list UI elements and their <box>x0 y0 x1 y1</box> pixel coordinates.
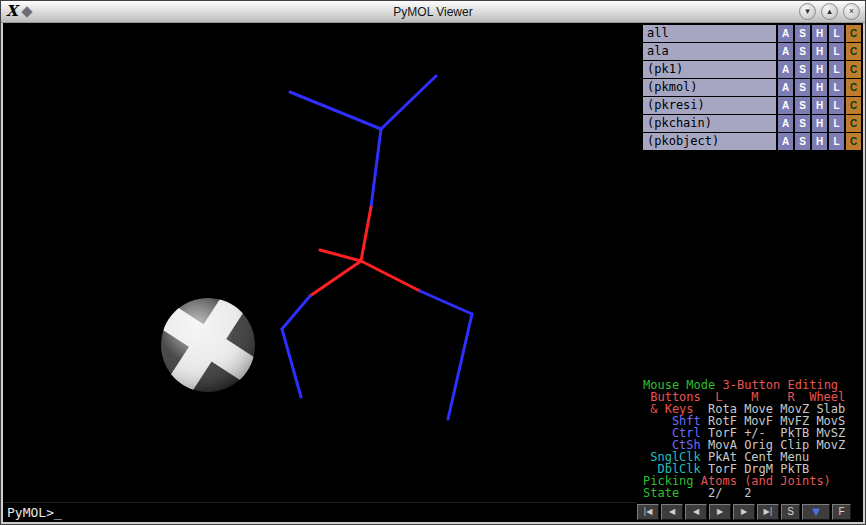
object-list: allASHLCalaASHLC(pk1)ASHLC(pkmol)ASHLC(p… <box>643 25 861 151</box>
object-name[interactable]: (pkresi) <box>643 97 776 114</box>
object-s-button[interactable]: S <box>795 97 810 114</box>
window-menu-icon[interactable] <box>21 6 32 17</box>
object-h-button[interactable]: H <box>812 97 827 114</box>
bond[interactable] <box>381 76 436 129</box>
object-s-button[interactable]: S <box>795 43 810 60</box>
object-row: (pkchain)ASHLC <box>643 115 861 132</box>
object-row: (pkmol)ASHLC <box>643 79 861 96</box>
object-row: (pkresi)ASHLC <box>643 97 861 114</box>
maximize-button[interactable]: ▴ <box>821 3 838 20</box>
go-to-last-frame-button[interactable]: ▶| <box>757 504 779 520</box>
object-name[interactable]: ala <box>643 43 776 60</box>
object-l-button[interactable]: L <box>829 61 844 78</box>
scene-toggle-button[interactable]: S <box>781 504 800 520</box>
legend-segment: State <box>643 486 679 500</box>
object-c-button[interactable]: C <box>846 115 861 132</box>
window-frame: allASHLCalaASHLC(pk1)ASHLC(pkmol)ASHLC(p… <box>3 23 863 522</box>
object-name[interactable]: (pkmol) <box>643 79 776 96</box>
sphere-shading <box>161 298 255 392</box>
object-s-button[interactable]: S <box>795 61 810 78</box>
object-a-button[interactable]: A <box>778 43 793 60</box>
object-s-button[interactable]: S <box>795 79 810 96</box>
object-l-button[interactable]: L <box>829 97 844 114</box>
bottom-bar: PyMOL>_ |◀◀◀▶▶▶|S▼F <box>3 502 863 522</box>
bond[interactable] <box>290 92 381 129</box>
bond[interactable] <box>320 250 361 261</box>
object-s-button[interactable]: S <box>795 115 810 132</box>
object-c-button[interactable]: C <box>846 133 861 150</box>
molecule-bonds <box>282 76 472 419</box>
bond[interactable] <box>361 261 420 291</box>
object-c-button[interactable]: C <box>846 79 861 96</box>
side-panel: allASHLCalaASHLC(pk1)ASHLC(pkmol)ASHLC(p… <box>641 23 863 502</box>
close-button[interactable]: × <box>843 3 860 20</box>
object-row: allASHLC <box>643 25 861 42</box>
object-l-button[interactable]: L <box>829 79 844 96</box>
command-input[interactable]: PyMOL>_ <box>3 502 637 522</box>
bond[interactable] <box>361 207 371 261</box>
minimize-button[interactable]: ▾ <box>799 3 816 20</box>
object-l-button[interactable]: L <box>829 43 844 60</box>
object-s-button[interactable]: S <box>795 133 810 150</box>
object-name[interactable]: (pkobject) <box>643 133 776 150</box>
panel-spacer <box>643 151 861 379</box>
object-row: (pk1)ASHLC <box>643 61 861 78</box>
bond[interactable] <box>420 291 472 314</box>
pymol-window: X PyMOL Viewer ▾ ▴ × <box>0 0 866 525</box>
object-h-button[interactable]: H <box>812 79 827 96</box>
object-l-button[interactable]: L <box>829 115 844 132</box>
text-cursor: _ <box>54 505 62 520</box>
object-a-button[interactable]: A <box>778 25 793 42</box>
prompt-label: PyMOL> <box>7 505 54 520</box>
go-to-first-frame-button[interactable]: |◀ <box>637 504 659 520</box>
object-c-button[interactable]: C <box>846 61 861 78</box>
object-row: alaASHLC <box>643 43 861 60</box>
object-h-button[interactable]: H <box>812 25 827 42</box>
object-a-button[interactable]: A <box>778 61 793 78</box>
transport-controls: |◀◀◀▶▶▶|S▼F <box>637 504 863 520</box>
step-backward-button[interactable]: ◀ <box>661 504 683 520</box>
bond[interactable] <box>282 296 310 329</box>
object-row: (pkobject)ASHLC <box>643 133 861 150</box>
selection-sphere[interactable] <box>130 266 287 423</box>
window-title: PyMOL Viewer <box>1 5 865 19</box>
object-a-button[interactable]: A <box>778 115 793 132</box>
play-backward-button[interactable]: ◀ <box>685 504 707 520</box>
bond[interactable] <box>310 261 361 296</box>
x11-logo-icon: X <box>6 4 18 19</box>
object-c-button[interactable]: C <box>846 97 861 114</box>
rock-toggle-button[interactable]: ▼ <box>802 504 830 520</box>
step-forward-button[interactable]: ▶ <box>733 504 755 520</box>
object-l-button[interactable]: L <box>829 25 844 42</box>
object-name[interactable]: (pk1) <box>643 61 776 78</box>
window-controls: ▾ ▴ × <box>799 3 860 20</box>
object-a-button[interactable]: A <box>778 79 793 96</box>
bond[interactable] <box>282 329 301 397</box>
legend-line: State 2/ 2 <box>643 487 861 499</box>
object-name[interactable]: (pkchain) <box>643 115 776 132</box>
object-c-button[interactable]: C <box>846 43 861 60</box>
object-s-button[interactable]: S <box>795 25 810 42</box>
3d-viewport[interactable] <box>3 23 641 502</box>
play-forward-button[interactable]: ▶ <box>709 504 731 520</box>
object-c-button[interactable]: C <box>846 25 861 42</box>
legend-segment: 2/ 2 <box>679 486 751 500</box>
mouse-legend: Mouse Mode 3-Button Editing Buttons L M … <box>643 379 861 502</box>
object-a-button[interactable]: A <box>778 97 793 114</box>
object-a-button[interactable]: A <box>778 133 793 150</box>
object-h-button[interactable]: H <box>812 43 827 60</box>
object-l-button[interactable]: L <box>829 133 844 150</box>
fullscreen-toggle-button[interactable]: F <box>832 504 851 520</box>
object-h-button[interactable]: H <box>812 61 827 78</box>
main-area: allASHLCalaASHLC(pk1)ASHLC(pkmol)ASHLC(p… <box>3 23 863 502</box>
object-h-button[interactable]: H <box>812 133 827 150</box>
bond[interactable] <box>371 129 381 207</box>
object-h-button[interactable]: H <box>812 115 827 132</box>
bond[interactable] <box>448 314 472 419</box>
molecule-scene <box>3 23 641 502</box>
titlebar[interactable]: X PyMOL Viewer ▾ ▴ × <box>1 1 865 23</box>
object-name[interactable]: all <box>643 25 776 42</box>
